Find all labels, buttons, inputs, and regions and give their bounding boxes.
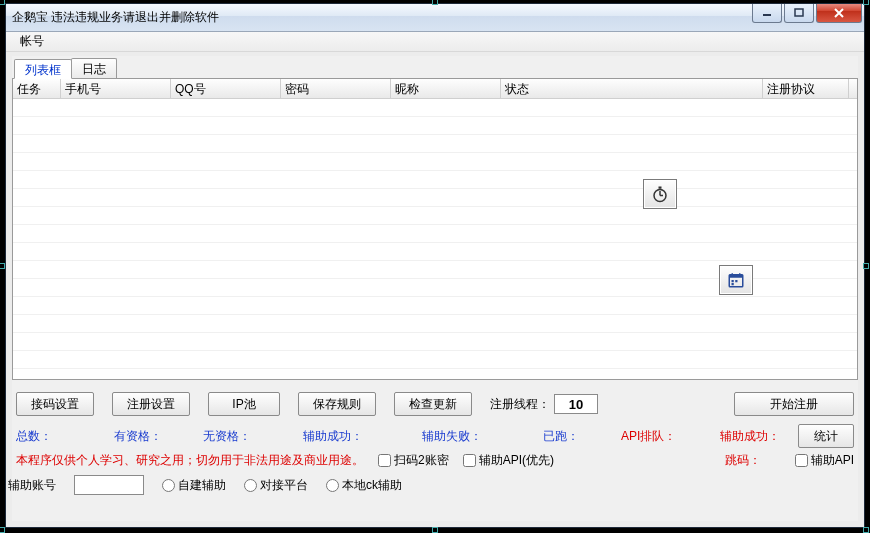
svg-rect-10: [732, 280, 734, 282]
thread-count-input[interactable]: [554, 394, 598, 414]
ip-pool-button[interactable]: IP池: [208, 392, 280, 416]
window-controls: [752, 4, 862, 23]
radio-self-assist-label: 自建辅助: [178, 477, 226, 494]
svg-rect-0: [763, 14, 771, 16]
stat-api-queue: API排队：: [621, 428, 720, 445]
radio-localck-assist-label: 本地ck辅助: [342, 477, 402, 494]
reg-setting-button[interactable]: 注册设置: [112, 392, 190, 416]
table-row: [13, 225, 857, 243]
stopwatch-icon-button[interactable]: [643, 179, 677, 209]
table-row: [13, 351, 857, 369]
stat-assist-fail: 辅助失败：: [422, 428, 543, 445]
window-title: 企鹅宝 违法违规业务请退出并删除软件: [12, 9, 219, 26]
titlebar[interactable]: 企鹅宝 违法违规业务请退出并删除软件: [6, 4, 864, 32]
table-row: [13, 99, 857, 117]
stats-button[interactable]: 统计: [798, 424, 854, 448]
stat-unqualified: 无资格：: [203, 428, 302, 445]
stats-row: 总数： 有资格： 无资格： 辅助成功： 辅助失败： 已跑： API排队： 辅助成…: [12, 420, 858, 448]
maximize-button[interactable]: [784, 4, 814, 23]
stat-ran: 已跑：: [543, 428, 621, 445]
col-phone[interactable]: 手机号: [61, 79, 171, 98]
table-row: [13, 117, 857, 135]
tab-log[interactable]: 日志: [71, 58, 117, 78]
radio-platform-assist[interactable]: 对接平台: [244, 477, 308, 494]
table-row: [13, 189, 857, 207]
radio-localck-assist-input[interactable]: [326, 479, 339, 492]
check-scan2pwd-label: 扫码2账密: [394, 452, 449, 469]
table-row: [13, 243, 857, 261]
table-row: [13, 333, 857, 351]
tabstrip: 列表框 日志: [12, 56, 858, 78]
col-status[interactable]: 状态: [501, 79, 763, 98]
assist-row: 辅助账号 自建辅助 对接平台 本地ck辅助: [12, 469, 858, 495]
table-row: [13, 135, 857, 153]
col-nickname[interactable]: 昵称: [391, 79, 501, 98]
table-row: [13, 171, 857, 189]
check-assist-api[interactable]: 辅助API: [795, 452, 854, 469]
col-qq[interactable]: QQ号: [171, 79, 281, 98]
app-window: 企鹅宝 违法违规业务请退出并删除软件 帐号 列表框 日志 任务 手机号: [5, 3, 865, 528]
col-task[interactable]: 任务: [13, 79, 61, 98]
table-row: [13, 297, 857, 315]
sms-setting-button[interactable]: 接码设置: [16, 392, 94, 416]
check-assist-api-priority-box[interactable]: [463, 454, 476, 467]
thread-count-group: 注册线程：: [490, 394, 598, 414]
menubar: 帐号: [6, 32, 864, 52]
radio-platform-assist-input[interactable]: [244, 479, 257, 492]
data-grid[interactable]: 任务 手机号 QQ号 密码 昵称 状态 注册协议: [13, 79, 857, 379]
check-assist-api-box[interactable]: [795, 454, 808, 467]
button-row: 接码设置 注册设置 IP池 保存规则 检查更新 注册线程： 开始注册: [12, 386, 858, 420]
menu-account[interactable]: 帐号: [12, 31, 52, 52]
assist-account-label: 辅助账号: [8, 477, 56, 494]
save-rule-button[interactable]: 保存规则: [298, 392, 376, 416]
svg-rect-11: [735, 280, 737, 282]
check-scan2pwd[interactable]: 扫码2账密: [378, 452, 449, 469]
stat-assist-success2: 辅助成功：: [720, 428, 798, 445]
assist-account-input[interactable]: [74, 475, 144, 495]
tab-panel-list: 任务 手机号 QQ号 密码 昵称 状态 注册协议: [12, 78, 858, 380]
svg-rect-7: [729, 275, 743, 278]
client-area: 列表框 日志 任务 手机号 QQ号 密码 昵称 状态 注册协议: [12, 56, 858, 521]
svg-rect-12: [732, 283, 734, 285]
col-password[interactable]: 密码: [281, 79, 391, 98]
check-assist-api-priority[interactable]: 辅助API(优先): [463, 452, 554, 469]
close-button[interactable]: [816, 4, 862, 23]
table-row: [13, 315, 857, 333]
svg-rect-3: [659, 187, 662, 189]
stat-total: 总数：: [16, 428, 114, 445]
bottom-panel: 接码设置 注册设置 IP池 保存规则 检查更新 注册线程： 开始注册 总数： 有…: [12, 386, 858, 521]
start-register-button[interactable]: 开始注册: [734, 392, 854, 416]
tab-list[interactable]: 列表框: [14, 59, 72, 79]
stat-skip-code: 跳码：: [725, 452, 781, 469]
radio-platform-assist-label: 对接平台: [260, 477, 308, 494]
radio-localck-assist[interactable]: 本地ck辅助: [326, 477, 402, 494]
stat-assist-success: 辅助成功：: [303, 428, 422, 445]
col-spacer: [849, 79, 857, 98]
check-update-button[interactable]: 检查更新: [394, 392, 472, 416]
calendar-icon-button[interactable]: [719, 265, 753, 295]
thread-count-label: 注册线程：: [490, 396, 550, 413]
stat-qualified: 有资格：: [114, 428, 204, 445]
radio-self-assist-input[interactable]: [162, 479, 175, 492]
svg-rect-1: [795, 9, 803, 16]
table-row: [13, 153, 857, 171]
check-assist-api-priority-label: 辅助API(优先): [479, 452, 554, 469]
table-row: [13, 207, 857, 225]
disclaimer-row: 本程序仅供个人学习、研究之用；切勿用于非法用途及商业用途。 扫码2账密 辅助AP…: [12, 448, 858, 469]
minimize-button[interactable]: [752, 4, 782, 23]
check-assist-api-label: 辅助API: [811, 452, 854, 469]
grid-header: 任务 手机号 QQ号 密码 昵称 状态 注册协议: [13, 79, 857, 99]
radio-self-assist[interactable]: 自建辅助: [162, 477, 226, 494]
disclaimer-text: 本程序仅供个人学习、研究之用；切勿用于非法用途及商业用途。: [16, 452, 364, 469]
check-scan2pwd-box[interactable]: [378, 454, 391, 467]
col-reg-proto[interactable]: 注册协议: [763, 79, 849, 98]
